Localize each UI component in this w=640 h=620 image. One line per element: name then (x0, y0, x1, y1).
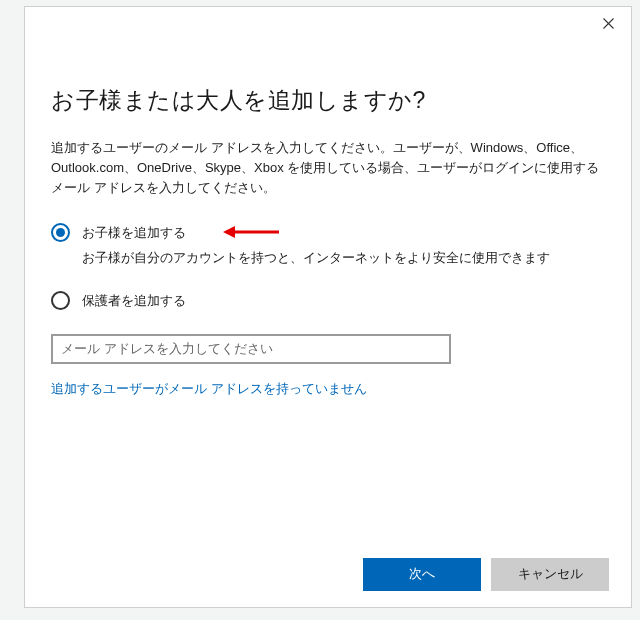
titlebar (25, 7, 631, 39)
user-type-radio-group: お子様を追加する お子様が自分のアカウントを持つと、インターネットをより安全に使… (51, 222, 605, 316)
radio-add-child[interactable]: お子様を追加する (51, 222, 605, 242)
radio-icon (51, 223, 70, 242)
no-email-link[interactable]: 追加するユーザーがメール アドレスを持っていません (51, 380, 605, 398)
page-title: お子様または大人を追加しますか? (51, 85, 605, 116)
cancel-button[interactable]: キャンセル (491, 558, 609, 591)
svg-marker-3 (223, 226, 235, 238)
close-icon (603, 18, 614, 29)
radio-add-adult[interactable]: 保護者を追加する (51, 290, 605, 310)
dialog-content: お子様または大人を追加しますか? 追加するユーザーのメール アドレスを入力してく… (25, 39, 631, 541)
annotation-arrow-icon (221, 221, 281, 243)
radio-dot-icon (56, 228, 65, 237)
radio-icon (51, 291, 70, 310)
email-field[interactable] (51, 334, 451, 364)
add-family-member-dialog: お子様または大人を追加しますか? 追加するユーザーのメール アドレスを入力してく… (24, 6, 632, 608)
dialog-footer: 次へ キャンセル (25, 541, 631, 607)
close-button[interactable] (585, 7, 631, 39)
next-button[interactable]: 次へ (363, 558, 481, 591)
description-text: 追加するユーザーのメール アドレスを入力してください。ユーザーが、Windows… (51, 138, 605, 198)
radio-add-child-sub: お子様が自分のアカウントを持つと、インターネットをより安全に使用できます (51, 248, 605, 268)
radio-add-child-label: お子様を追加する (82, 222, 186, 242)
radio-add-adult-label: 保護者を追加する (82, 290, 186, 310)
